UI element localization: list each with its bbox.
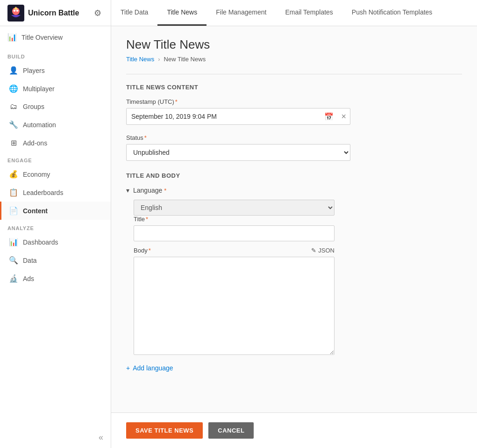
dashboards-icon: 📊 — [9, 238, 18, 246]
title-field-label: Title * — [134, 216, 462, 223]
status-select[interactable]: Unpublished Published — [126, 144, 350, 161]
sidebar-section-analyze: ANALYZE — [0, 220, 111, 233]
svg-point-2 — [14, 10, 15, 12]
body-required: * — [149, 247, 151, 254]
pencil-icon: ✎ — [311, 247, 316, 254]
sidebar-item-dashboards[interactable]: 📊 Dashboards — [0, 233, 111, 251]
tab-email-templates[interactable]: Email Templates — [276, 0, 342, 26]
section1-title: TITLE NEWS CONTENT — [126, 84, 462, 91]
sidebar-label-leaderboards: Leaderboards — [23, 189, 63, 196]
title-input[interactable] — [134, 225, 335, 241]
tab-push-notifications[interactable]: Push Notification Templates — [342, 0, 442, 26]
chart-bar-icon: 📊 — [7, 33, 17, 42]
app-logo: Unicorn Battle ⚙ — [0, 0, 111, 26]
language-select[interactable]: English French Spanish German — [134, 200, 335, 216]
sidebar-label-content: Content — [23, 207, 48, 215]
top-nav: Unicorn Battle ⚙ Title Data Title News F… — [0, 0, 477, 26]
addons-icon: ⊞ — [9, 138, 18, 147]
sidebar-overview-label: Title Overview — [21, 34, 63, 41]
page-title: New Title News — [126, 37, 462, 52]
sidebar-item-addons[interactable]: ⊞ Add-ons — [0, 134, 111, 152]
sidebar-label-players: Players — [23, 67, 45, 74]
section-divider — [126, 74, 462, 74]
sidebar-label-automation: Automation — [23, 121, 56, 129]
content-icon: 📄 — [9, 206, 18, 215]
players-icon: 👤 — [9, 66, 18, 75]
data-icon: 🔍 — [9, 256, 18, 265]
timestamp-group: Timestamp (UTC) * September 10, 2019 9:0… — [126, 98, 462, 125]
body-textarea[interactable] — [134, 257, 335, 355]
sidebar-label-groups: Groups — [23, 103, 44, 110]
breadcrumb: Title News › New Title News — [126, 56, 462, 63]
language-row: ▾ Language * — [126, 187, 462, 194]
sidebar-section-build: BUILD — [0, 48, 111, 61]
sidebar-item-groups[interactable]: 🗂 Groups — [0, 98, 111, 116]
app-title: Unicorn Battle — [28, 9, 79, 17]
multiplayer-icon: 🌐 — [9, 84, 18, 93]
sidebar-item-multiplayer[interactable]: 🌐 Multiplayer — [0, 79, 111, 98]
ads-icon: 🔬 — [9, 274, 18, 283]
calendar-button[interactable]: 📅 — [320, 112, 337, 121]
timestamp-required: * — [175, 98, 178, 105]
chevron-down-icon[interactable]: ▾ — [126, 187, 129, 194]
status-required: * — [144, 134, 147, 141]
timestamp-input-row: September 10, 2019 9:04 PM 📅 × — [126, 108, 350, 125]
sidebar-item-title-overview[interactable]: 📊 Title Overview — [0, 26, 111, 48]
body-header: Body * ✎ JSON — [134, 247, 335, 254]
sidebar-item-content[interactable]: 📄 Content — [0, 202, 111, 220]
json-button[interactable]: ✎ JSON — [311, 247, 335, 254]
breadcrumb-separator: › — [158, 56, 160, 63]
sidebar-label-ads: Ads — [23, 275, 34, 282]
groups-icon: 🗂 — [9, 102, 18, 111]
language-label: Language * — [133, 187, 166, 194]
sidebar-label-multiplayer: Multiplayer — [23, 85, 55, 93]
main-layout: 📊 Title Overview BUILD 👤 Players 🌐 Multi… — [0, 26, 477, 448]
sidebar-item-data[interactable]: 🔍 Data — [0, 251, 111, 269]
sidebar-collapse-button[interactable]: « — [0, 427, 111, 448]
status-label: Status * — [126, 134, 462, 141]
economy-icon: 💰 — [9, 170, 18, 179]
tab-title-news[interactable]: Title News — [157, 0, 206, 26]
plus-icon: + — [126, 364, 130, 372]
content-area: New Title News Title News › New Title Ne… — [111, 26, 477, 412]
sidebar-label-economy: Economy — [23, 171, 50, 178]
svg-point-3 — [16, 10, 18, 12]
body-field-label: Body * — [134, 247, 151, 254]
footer-actions: SAVE TITLE NEWS CANCEL — [111, 412, 477, 448]
language-required: * — [164, 187, 166, 194]
sidebar-section-engage: ENGAGE — [0, 152, 111, 165]
title-required: * — [146, 216, 148, 223]
automation-icon: 🔧 — [9, 120, 18, 129]
tab-title-data[interactable]: Title Data — [111, 0, 157, 26]
title-body-section: TITLE AND BODY ▾ Language * English Fren… — [126, 172, 462, 374]
settings-button[interactable]: ⚙ — [92, 6, 103, 20]
timestamp-value[interactable]: September 10, 2019 9:04 PM — [127, 108, 320, 124]
sidebar-item-automation[interactable]: 🔧 Automation — [0, 116, 111, 134]
save-title-news-button[interactable]: SAVE TITLE NEWS — [126, 422, 203, 439]
nav-tabs: Title Data Title News File Management Em… — [111, 0, 477, 26]
sidebar: 📊 Title Overview BUILD 👤 Players 🌐 Multi… — [0, 26, 111, 448]
sidebar-item-players[interactable]: 👤 Players — [0, 61, 111, 79]
cancel-button[interactable]: CANCEL — [208, 422, 254, 439]
sidebar-label-data: Data — [23, 257, 37, 264]
status-group: Status * Unpublished Published — [126, 134, 462, 161]
sidebar-item-leaderboards[interactable]: 📋 Leaderboards — [0, 183, 111, 202]
leaderboards-icon: 📋 — [9, 188, 18, 197]
timestamp-label: Timestamp (UTC) * — [126, 98, 462, 105]
title-news-content-section: TITLE NEWS CONTENT Timestamp (UTC) * Sep… — [126, 84, 462, 161]
breadcrumb-current: New Title News — [164, 56, 206, 63]
sidebar-item-ads[interactable]: 🔬 Ads — [0, 269, 111, 288]
tab-file-management[interactable]: File Management — [206, 0, 276, 26]
sidebar-item-economy[interactable]: 💰 Economy — [0, 165, 111, 183]
sidebar-label-addons: Add-ons — [23, 139, 47, 147]
app-logo-icon — [7, 5, 24, 22]
sidebar-label-dashboards: Dashboards — [23, 238, 58, 246]
breadcrumb-parent-link[interactable]: Title News — [126, 56, 154, 63]
section2-title: TITLE AND BODY — [126, 172, 462, 179]
clear-timestamp-button[interactable]: × — [337, 112, 350, 121]
add-language-button[interactable]: + Add language — [126, 362, 173, 374]
